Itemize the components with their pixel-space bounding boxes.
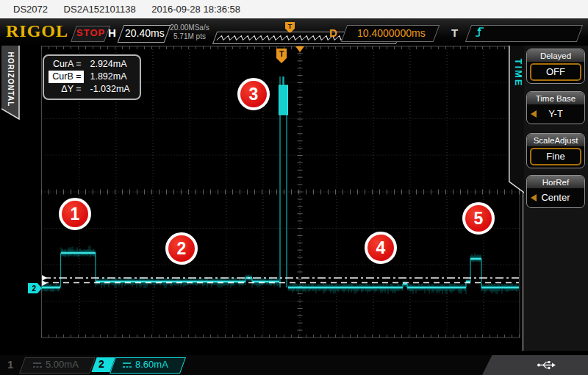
annotation-circle-4: 4 [365,232,397,264]
menu-item-label: HorRef [527,176,584,188]
timebase-value: 20.40ms [125,27,165,39]
menu-item-value[interactable]: Center [527,188,584,207]
delay-label: D [329,26,337,39]
ch1-scale-value: 5.00mA [46,359,79,370]
ch1-dc-coupling-icon [32,362,42,369]
cursor-row: ΔY = -1.032mA [49,83,135,96]
cursor-row-value: 1.892mA [87,71,127,83]
horizontal-tab-label: HORIZONTAL [6,46,15,113]
cursor-row-label: CurB = [49,71,84,83]
menu-item-value[interactable]: Y-T [527,104,584,124]
menu-item-scaleadjust[interactable]: ScaleAdjustFine [526,133,585,168]
menu-item-value[interactable]: Fine [530,148,581,165]
cursor-row-label: ΔY = [49,83,84,96]
model-name: DS2072 [13,4,48,15]
horizontal-scale-label: H [108,26,116,39]
serial-number: DS2A152101138 [64,4,136,15]
ch2-dc-coupling-icon [122,362,132,369]
svg-text:T: T [288,23,293,30]
ch1-number: 1 [7,358,13,371]
run-state-label: STOP [76,27,105,38]
cursor-readout-box[interactable]: CurA = 2.924mACurB = 1.892mAΔY = -1.032m… [43,54,141,100]
delay-value: 10.4000000ms [357,27,426,39]
time-tab-label: TIME [514,54,524,91]
menu-item-label: Time Base [527,92,584,104]
status-header: RIGOL STOP H 20.40ms 20.00MSa/s 5.71M pt… [0,18,588,46]
cursor-row-value: 2.924mA [87,58,127,71]
waveform-display[interactable]: 2T CurA = 2.924mACurB = 1.892mAΔY = -1.0… [0,46,523,355]
memory-depth: 5.71M pts [168,32,212,41]
svg-text:T: T [279,49,284,58]
menu-item-horref[interactable]: HorRefCenter [526,175,585,208]
ch2-scale-value: 8.60mA [135,359,168,370]
annotation-circle-5: 5 [462,202,495,235]
rigol-logo: RIGOL [6,21,68,41]
trigger-label: T [451,26,458,39]
usb-icon [537,360,556,370]
annotation-circle-2: 2 [165,232,198,265]
datetime: 2016-09-28 18:36:58 [151,4,240,15]
oscilloscope-screen: DS2072 DS2A152101138 2016-09-28 18:36:58… [0,0,588,375]
horizontal-center-marker [295,46,304,52]
menu-item-label: Delayed [527,49,584,62]
rising-edge-trigger-icon [475,26,485,38]
annotation-circle-1: 1 [59,198,91,230]
cursor-row: CurA = 2.924mA [49,58,135,71]
cursor-row-value: -1.032mA [87,83,130,96]
cursor-row-label: CurA = [49,58,84,71]
ch2-number: 2 [98,358,104,370]
menu-item-delayed[interactable]: DelayedOFF [526,49,585,84]
menu-item-label: ScaleAdjust [527,134,584,146]
annotation-circle-3: 3 [237,78,270,110]
menu-item-value[interactable]: OFF [530,63,581,81]
cursor-row: CurB = 1.892mA [49,71,135,83]
system-info-bar: DS2072 DS2A152101138 2016-09-28 18:36:58 [0,0,588,18]
acquisition-info: 20.00MSa/s 5.71M pts [168,24,212,41]
sample-rate: 20.00MSa/s [168,24,212,32]
svg-text:2: 2 [32,285,37,293]
menu-sidebar: DelayedOFFTime BaseY-TScaleAdjustFineHor… [523,46,588,351]
cursor-a-marker [42,275,47,281]
menu-item-time-base[interactable]: Time BaseY-T [526,91,585,124]
preview-trigger-marker-icon[interactable]: T [284,21,297,35]
channel-status-bar: 1 5.00mA 2 8.60mA 18:36 [0,355,588,375]
status-corner-panel: 18:36 [478,355,588,375]
